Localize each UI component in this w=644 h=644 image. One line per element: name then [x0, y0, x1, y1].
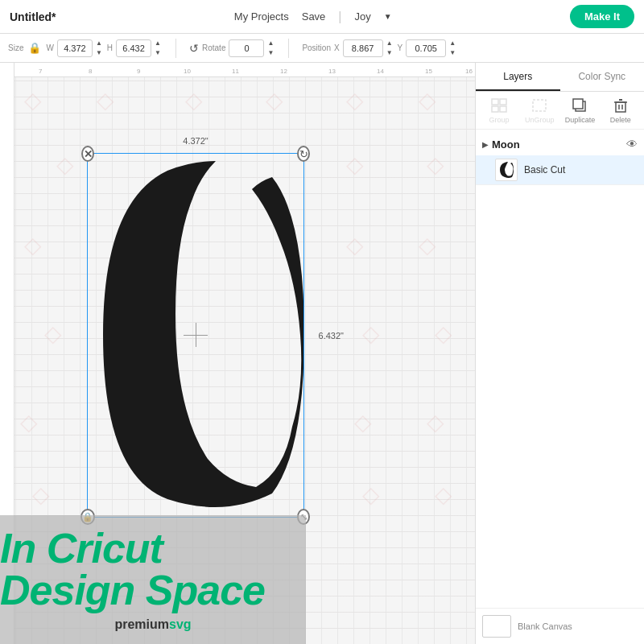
tab-layers[interactable]: Layers [476, 63, 560, 91]
close-icon[interactable]: ✕ [81, 146, 94, 162]
tab-color-sync[interactable]: Color Sync [560, 63, 645, 91]
svg-rect-6 [573, 99, 583, 109]
ungroup-icon [528, 97, 551, 114]
ruler-tick-15: 15 [425, 68, 432, 75]
y-up-btn[interactable]: ▲ [448, 39, 457, 48]
y-label: Y [398, 43, 403, 52]
width-down-btn[interactable]: ▼ [94, 48, 104, 58]
diamond-wm: ◇ [346, 151, 364, 178]
handle-close[interactable]: ✕ [81, 147, 94, 160]
svg-rect-4 [533, 100, 546, 111]
delete-icon [609, 97, 632, 114]
handle-rotate[interactable]: ↻ [297, 147, 310, 160]
y-input[interactable] [406, 39, 446, 57]
x-input-wrap: ▲ ▼ [343, 39, 394, 58]
x-up-btn[interactable]: ▲ [385, 39, 394, 48]
diamond-wm: ◇ [346, 232, 364, 258]
group-action: Group [483, 97, 515, 124]
topbar-center: My Projects Save | Joy ▼ [234, 10, 392, 24]
height-label: H [107, 43, 113, 52]
panel-actions: Group UnGroup Duplicate [476, 92, 644, 130]
diamond-wm: ◇ [427, 409, 444, 436]
layers-content: ▶ Moon 👁 Basic Cut [476, 130, 644, 608]
ruler-tick-8: 8 [89, 68, 92, 75]
panel-bottom: Blank Canvas [476, 608, 644, 644]
width-up-btn[interactable]: ▲ [94, 39, 104, 48]
duplicate-icon [569, 97, 592, 114]
layer-group-header[interactable]: ▶ Moon 👁 [476, 133, 644, 155]
rotate-up-btn[interactable]: ▲ [266, 39, 275, 48]
save-button[interactable]: Save [302, 10, 326, 23]
delete-action[interactable]: Delete [605, 97, 637, 124]
visibility-eye-icon[interactable]: 👁 [626, 138, 638, 151]
main-area: 7 8 9 10 11 12 13 14 15 16 ◇ ◇ ◇ ◇ ◇ ◇ ◇… [0, 63, 644, 644]
svg-rect-3 [500, 106, 506, 112]
diamond-wm: ◇ [266, 87, 283, 114]
diamond-wm: ◇ [20, 409, 38, 436]
rotate-group: ↺ Rotate ▲ ▼ [189, 39, 275, 58]
ruler-tick-11: 11 [232, 68, 239, 75]
position-label: Position [302, 43, 331, 52]
height-down-btn[interactable]: ▼ [153, 48, 163, 58]
diamond-wm: ◇ [419, 232, 436, 258]
topbar-right: Make It [570, 5, 634, 28]
right-panel: Layers Color Sync Group [475, 63, 644, 644]
x-down-btn[interactable]: ▼ [385, 48, 394, 58]
rotate-handle-icon[interactable]: ↻ [297, 146, 310, 162]
ruler-tick-7: 7 [39, 68, 42, 75]
blank-canvas-label: Blank Canvas [518, 621, 572, 631]
x-input[interactable] [343, 39, 383, 57]
app-title: Untitled* [10, 10, 56, 23]
my-projects-link[interactable]: My Projects [234, 10, 289, 23]
selection-box[interactable]: 4.372" 6.432" ✕ ↻ 🔒 ⤡ [87, 153, 304, 518]
rotate-input[interactable] [229, 39, 264, 57]
diamond-wm: ◇ [56, 151, 74, 178]
y-input-wrap: ▲ ▼ [406, 39, 457, 58]
y-down-btn[interactable]: ▼ [448, 48, 457, 58]
panel-tabs: Layers Color Sync [476, 63, 644, 92]
lock-icon[interactable]: 🔒 [28, 42, 41, 54]
make-it-button[interactable]: Make It [570, 5, 634, 28]
watermark-premium: premium [114, 617, 169, 631]
rotate-label: Rotate [202, 43, 225, 52]
duplicate-action[interactable]: Duplicate [564, 97, 597, 124]
position-group: Position X ▲ ▼ Y ▲ ▼ [302, 39, 457, 58]
ruler-tick-9: 9 [137, 68, 140, 75]
layer-group-moon: ▶ Moon 👁 Basic Cut [476, 133, 644, 185]
width-label: W [46, 43, 53, 52]
divider-1 [175, 39, 176, 58]
diamond-wm: ◇ [362, 320, 380, 347]
canvas-area[interactable]: 7 8 9 10 11 12 13 14 15 16 ◇ ◇ ◇ ◇ ◇ ◇ ◇… [0, 63, 475, 644]
diamond-wm: ◇ [185, 87, 203, 114]
ruler-tick-10: 10 [184, 68, 191, 75]
layer-thumbnail [495, 159, 518, 181]
chevron-down-icon[interactable]: ▼ [384, 12, 392, 21]
svg-rect-2 [492, 106, 498, 112]
top-bar: Untitled* My Projects Save | Joy ▼ Make … [0, 0, 644, 34]
layer-group-arrow-icon: ▶ [482, 140, 489, 149]
ruler-tick-16: 16 [465, 68, 473, 75]
diamond-wm: ◇ [354, 409, 372, 436]
svg-rect-7 [616, 102, 625, 112]
watermark-sub-text: premiumsvg [114, 617, 191, 632]
layer-item-basic-cut[interactable]: Basic Cut [476, 155, 644, 184]
toolbar: Size 🔒 W ▲ ▼ H ▲ ▼ ↺ Rotate ▲ ▼ [0, 34, 644, 63]
height-input[interactable] [116, 39, 151, 57]
height-input-wrap: ▲ ▼ [116, 39, 163, 58]
height-up-btn[interactable]: ▲ [153, 39, 163, 48]
layer-item-name: Basic Cut [524, 164, 565, 175]
divider-2 [288, 39, 289, 58]
size-group: Size 🔒 W ▲ ▼ H ▲ ▼ [8, 39, 163, 58]
svg-rect-0 [492, 99, 498, 105]
ruler-tick-14: 14 [377, 68, 384, 75]
width-input-wrap: ▲ ▼ [57, 39, 104, 58]
ruler-horizontal: 7 8 9 10 11 12 13 14 15 16 [14, 63, 475, 77]
rotate-down-btn[interactable]: ▼ [266, 48, 275, 58]
width-input[interactable] [57, 39, 93, 57]
x-label: X [334, 43, 340, 52]
diamond-wm: ◇ [427, 151, 444, 178]
diamond-wm: ◇ [435, 481, 452, 508]
diamond-wm: ◇ [435, 320, 452, 347]
ungroup-action: UnGroup [523, 97, 555, 124]
user-name: Joy [355, 10, 371, 23]
